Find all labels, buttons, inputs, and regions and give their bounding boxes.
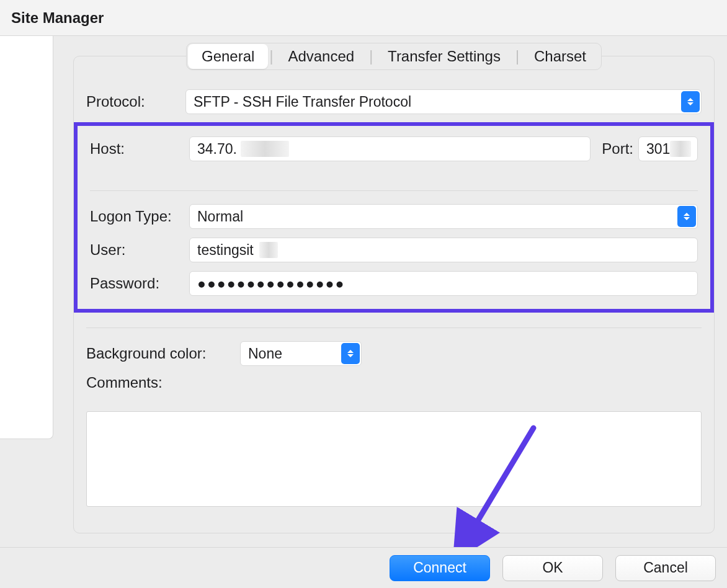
protocol-label: Protocol:: [86, 93, 181, 110]
protocol-value: SFTP - SSH File Transfer Protocol: [194, 94, 411, 110]
dropdown-arrows-icon: [341, 343, 360, 364]
tab-transfer-label: Transfer Settings: [388, 48, 501, 65]
logon-type-label: Logon Type:: [90, 208, 184, 225]
divider: [86, 327, 702, 328]
user-value: testingsit: [197, 242, 254, 259]
tab-advanced[interactable]: Advanced: [274, 44, 368, 69]
port-value: 301: [646, 141, 670, 158]
host-input[interactable]: 34.70.: [189, 136, 591, 161]
tab-advanced-label: Advanced: [288, 48, 354, 65]
background-color-label: Background color:: [86, 345, 235, 362]
logon-type-value: Normal: [197, 208, 243, 225]
password-value: ●●●●●●●●●●●●●●●: [197, 275, 345, 292]
window-title-text: Site Manager: [11, 9, 104, 27]
tab-general-label: General: [202, 48, 254, 65]
tab-separator: |: [368, 48, 374, 65]
comments-textarea[interactable]: [86, 411, 702, 507]
site-settings-panel: General | Advanced | Transfer Settings |…: [73, 56, 715, 533]
ok-button[interactable]: OK: [502, 555, 603, 581]
tab-bar: General | Advanced | Transfer Settings |…: [186, 43, 602, 70]
window-title: Site Manager: [0, 0, 727, 36]
dropdown-arrows-icon: [677, 206, 696, 227]
cancel-button[interactable]: Cancel: [615, 555, 716, 581]
user-input[interactable]: testingsit: [189, 238, 698, 262]
protocol-select[interactable]: SFTP - SSH File Transfer Protocol: [185, 89, 702, 114]
password-input[interactable]: ●●●●●●●●●●●●●●●: [189, 271, 698, 296]
logon-type-select[interactable]: Normal: [189, 204, 698, 229]
tab-charset-label: Charset: [534, 48, 586, 65]
tab-general[interactable]: General: [188, 44, 268, 69]
comments-label: Comments:: [86, 374, 163, 391]
redaction-blur: [241, 141, 289, 157]
port-label: Port:: [602, 140, 633, 158]
background-color-value: None: [248, 345, 282, 362]
background-color-select[interactable]: None: [240, 341, 362, 366]
password-label: Password:: [90, 275, 184, 292]
tab-charset[interactable]: Charset: [520, 44, 600, 69]
user-label: User:: [90, 241, 184, 259]
host-label: Host:: [90, 140, 184, 158]
port-input[interactable]: 301: [638, 136, 698, 161]
tab-separator: |: [514, 48, 520, 65]
ok-button-label: OK: [542, 559, 563, 576]
cancel-button-label: Cancel: [643, 559, 688, 576]
site-list-sidebar[interactable]: [0, 36, 53, 439]
annotation-highlight-box: Host: 34.70. Port: 301 Logon Type:: [74, 122, 714, 313]
tab-transfer[interactable]: Transfer Settings: [374, 44, 514, 69]
host-value: 34.70.: [197, 141, 237, 158]
tab-separator: |: [268, 48, 274, 65]
redaction-blur: [259, 242, 278, 258]
redaction-blur: [670, 141, 691, 157]
connect-button-label: Connect: [413, 559, 466, 576]
dialog-footer: Connect OK Cancel: [0, 547, 727, 588]
dropdown-arrows-icon: [681, 91, 700, 112]
divider: [90, 190, 698, 191]
connect-button[interactable]: Connect: [390, 555, 490, 581]
